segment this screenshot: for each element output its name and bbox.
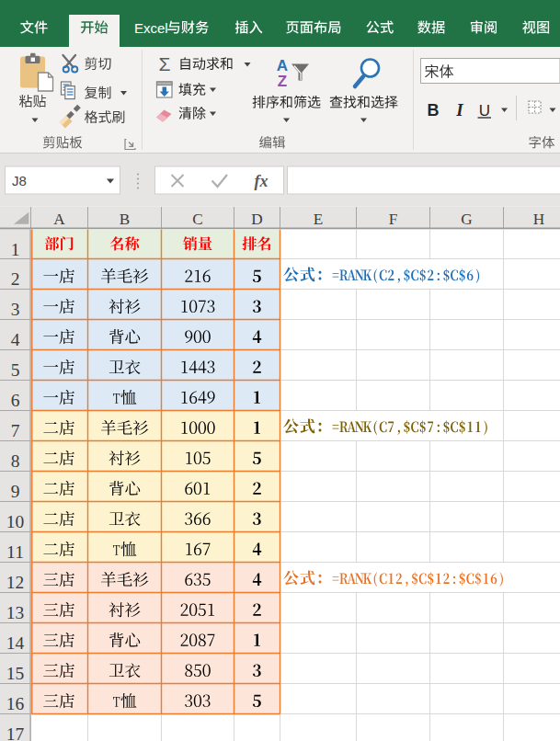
svg-text:7: 7 (11, 421, 20, 440)
svg-text:C: C (192, 211, 202, 228)
svg-text:G: G (461, 211, 472, 228)
svg-text:F: F (389, 211, 398, 228)
svg-text:A: A (53, 211, 65, 228)
svg-text:6: 6 (11, 391, 20, 410)
svg-text:8: 8 (11, 451, 20, 471)
svg-text:A: A (277, 57, 288, 74)
svg-text:D: D (251, 211, 262, 228)
svg-text:3: 3 (11, 300, 20, 319)
svg-text:J8: J8 (12, 173, 27, 188)
svg-text:10: 10 (6, 512, 25, 531)
svg-text:9: 9 (11, 482, 20, 501)
svg-text:B: B (120, 211, 130, 228)
svg-text:fx: fx (255, 172, 269, 190)
svg-text:15: 15 (6, 664, 25, 683)
svg-text:U: U (479, 102, 490, 120)
svg-text:13: 13 (6, 603, 25, 622)
svg-text:Excel: Excel (134, 20, 168, 36)
svg-text:Σ: Σ (159, 53, 171, 74)
svg-text:2: 2 (11, 269, 20, 289)
svg-text:17: 17 (6, 724, 25, 741)
svg-text:12: 12 (6, 573, 25, 592)
svg-text:Z: Z (278, 73, 287, 90)
svg-text:14: 14 (6, 633, 25, 653)
svg-text:E: E (314, 211, 324, 228)
svg-text:4: 4 (11, 330, 20, 349)
svg-text:11: 11 (6, 542, 24, 562)
svg-text:5: 5 (11, 360, 20, 380)
svg-text:16: 16 (6, 694, 25, 713)
svg-text:I: I (455, 100, 463, 120)
svg-text:H: H (533, 211, 544, 228)
svg-text:B: B (428, 101, 440, 120)
svg-text:1: 1 (11, 240, 20, 259)
